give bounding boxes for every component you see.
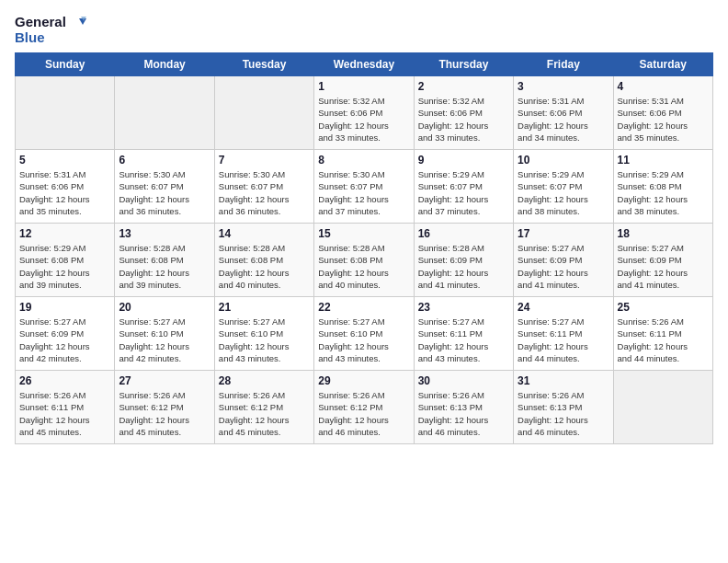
cell-content: Sunrise: 5:30 AM Sunset: 6:07 PM Dayligh… xyxy=(318,168,409,217)
calendar-cell: 29Sunrise: 5:26 AM Sunset: 6:12 PM Dayli… xyxy=(314,371,414,444)
cell-content: Sunrise: 5:31 AM Sunset: 6:06 PM Dayligh… xyxy=(518,95,609,144)
day-number: 23 xyxy=(418,301,509,314)
cell-content: Sunrise: 5:26 AM Sunset: 6:11 PM Dayligh… xyxy=(618,316,709,364)
cell-content: Sunrise: 5:27 AM Sunset: 6:11 PM Dayligh… xyxy=(518,316,609,364)
calendar-cell: 26Sunrise: 5:26 AM Sunset: 6:11 PM Dayli… xyxy=(16,371,115,444)
logo: General Blue xyxy=(15,15,86,45)
calendar-cell: 23Sunrise: 5:27 AM Sunset: 6:11 PM Dayli… xyxy=(414,297,513,371)
day-number: 14 xyxy=(219,227,310,240)
cell-content: Sunrise: 5:27 AM Sunset: 6:10 PM Dayligh… xyxy=(219,316,310,364)
cell-content: Sunrise: 5:28 AM Sunset: 6:08 PM Dayligh… xyxy=(219,242,310,291)
day-of-week-header: Saturday xyxy=(613,53,712,76)
day-number: 22 xyxy=(318,301,409,314)
cell-content: Sunrise: 5:28 AM Sunset: 6:09 PM Dayligh… xyxy=(418,242,509,291)
cell-content: Sunrise: 5:26 AM Sunset: 6:12 PM Dayligh… xyxy=(119,389,210,438)
calendar-cell: 11Sunrise: 5:29 AM Sunset: 6:08 PM Dayli… xyxy=(613,150,712,224)
cell-content: Sunrise: 5:27 AM Sunset: 6:10 PM Dayligh… xyxy=(318,316,409,364)
day-number: 30 xyxy=(418,374,509,387)
calendar-cell: 7Sunrise: 5:30 AM Sunset: 6:07 PM Daylig… xyxy=(214,150,313,224)
cell-content: Sunrise: 5:29 AM Sunset: 6:07 PM Dayligh… xyxy=(418,168,509,217)
calendar-cell: 14Sunrise: 5:28 AM Sunset: 6:08 PM Dayli… xyxy=(214,224,313,297)
calendar-cell: 12Sunrise: 5:29 AM Sunset: 6:08 PM Dayli… xyxy=(16,224,115,297)
day-number: 19 xyxy=(19,301,110,314)
day-number: 1 xyxy=(318,80,409,93)
day-number: 3 xyxy=(518,80,609,93)
day-number: 25 xyxy=(618,301,709,314)
logo-text: General Blue xyxy=(15,15,86,45)
calendar-cell: 17Sunrise: 5:27 AM Sunset: 6:09 PM Dayli… xyxy=(514,224,613,297)
day-of-week-header: Sunday xyxy=(16,53,115,76)
day-number: 4 xyxy=(618,80,709,93)
calendar-cell: 4Sunrise: 5:31 AM Sunset: 6:06 PM Daylig… xyxy=(613,76,712,150)
calendar-cell: 3Sunrise: 5:31 AM Sunset: 6:06 PM Daylig… xyxy=(514,76,613,150)
day-number: 6 xyxy=(119,154,210,167)
day-number: 16 xyxy=(418,227,509,240)
logo-bird-icon xyxy=(70,17,86,29)
day-number: 27 xyxy=(119,374,210,387)
day-number: 13 xyxy=(119,227,210,240)
cell-content: Sunrise: 5:28 AM Sunset: 6:08 PM Dayligh… xyxy=(318,242,409,291)
calendar-cell: 6Sunrise: 5:30 AM Sunset: 6:07 PM Daylig… xyxy=(115,150,214,224)
day-number: 24 xyxy=(518,301,609,314)
cell-content: Sunrise: 5:28 AM Sunset: 6:08 PM Dayligh… xyxy=(119,242,210,291)
calendar-cell: 15Sunrise: 5:28 AM Sunset: 6:08 PM Dayli… xyxy=(314,224,414,297)
calendar-cell: 10Sunrise: 5:29 AM Sunset: 6:07 PM Dayli… xyxy=(514,150,613,224)
cell-content: Sunrise: 5:32 AM Sunset: 6:06 PM Dayligh… xyxy=(418,95,509,144)
calendar-cell: 22Sunrise: 5:27 AM Sunset: 6:10 PM Dayli… xyxy=(314,297,414,371)
day-number: 11 xyxy=(618,154,709,167)
day-number: 28 xyxy=(219,374,310,387)
day-number: 17 xyxy=(518,227,609,240)
day-number: 12 xyxy=(19,227,110,240)
cell-content: Sunrise: 5:26 AM Sunset: 6:13 PM Dayligh… xyxy=(518,389,609,438)
day-of-week-header: Tuesday xyxy=(214,53,313,76)
calendar-cell: 21Sunrise: 5:27 AM Sunset: 6:10 PM Dayli… xyxy=(214,297,313,371)
cell-content: Sunrise: 5:27 AM Sunset: 6:10 PM Dayligh… xyxy=(119,316,210,364)
cell-content: Sunrise: 5:31 AM Sunset: 6:06 PM Dayligh… xyxy=(618,95,709,144)
cell-content: Sunrise: 5:31 AM Sunset: 6:06 PM Dayligh… xyxy=(19,168,110,217)
calendar-cell xyxy=(115,76,214,150)
day-of-week-header: Monday xyxy=(115,53,214,76)
calendar-cell: 9Sunrise: 5:29 AM Sunset: 6:07 PM Daylig… xyxy=(414,150,513,224)
day-number: 18 xyxy=(618,227,709,240)
calendar-header: SundayMondayTuesdayWednesdayThursdayFrid… xyxy=(16,53,713,76)
calendar-cell: 31Sunrise: 5:26 AM Sunset: 6:13 PM Dayli… xyxy=(514,371,613,444)
calendar-cell xyxy=(613,371,712,444)
header-row: SundayMondayTuesdayWednesdayThursdayFrid… xyxy=(16,53,713,76)
day-number: 29 xyxy=(318,374,409,387)
calendar-week-row: 5Sunrise: 5:31 AM Sunset: 6:06 PM Daylig… xyxy=(16,150,713,224)
cell-content: Sunrise: 5:27 AM Sunset: 6:09 PM Dayligh… xyxy=(618,242,709,291)
cell-content: Sunrise: 5:32 AM Sunset: 6:06 PM Dayligh… xyxy=(318,95,409,144)
day-number: 15 xyxy=(318,227,409,240)
day-of-week-header: Thursday xyxy=(414,53,513,76)
calendar-cell: 27Sunrise: 5:26 AM Sunset: 6:12 PM Dayli… xyxy=(115,371,214,444)
calendar-cell: 13Sunrise: 5:28 AM Sunset: 6:08 PM Dayli… xyxy=(115,224,214,297)
cell-content: Sunrise: 5:26 AM Sunset: 6:11 PM Dayligh… xyxy=(19,389,110,438)
cell-content: Sunrise: 5:29 AM Sunset: 6:07 PM Dayligh… xyxy=(518,168,609,217)
day-number: 7 xyxy=(219,154,310,167)
cell-content: Sunrise: 5:30 AM Sunset: 6:07 PM Dayligh… xyxy=(119,168,210,217)
calendar-cell: 8Sunrise: 5:30 AM Sunset: 6:07 PM Daylig… xyxy=(314,150,414,224)
logo-general: General xyxy=(15,15,86,30)
day-number: 9 xyxy=(418,154,509,167)
calendar-cell: 28Sunrise: 5:26 AM Sunset: 6:12 PM Dayli… xyxy=(214,371,313,444)
calendar-cell: 25Sunrise: 5:26 AM Sunset: 6:11 PM Dayli… xyxy=(613,297,712,371)
calendar-cell: 18Sunrise: 5:27 AM Sunset: 6:09 PM Dayli… xyxy=(613,224,712,297)
day-number: 20 xyxy=(119,301,210,314)
calendar-cell: 1Sunrise: 5:32 AM Sunset: 6:06 PM Daylig… xyxy=(314,76,414,150)
calendar-table: SundayMondayTuesdayWednesdayThursdayFrid… xyxy=(15,52,713,444)
cell-content: Sunrise: 5:26 AM Sunset: 6:12 PM Dayligh… xyxy=(318,389,409,438)
calendar-cell: 24Sunrise: 5:27 AM Sunset: 6:11 PM Dayli… xyxy=(514,297,613,371)
cell-content: Sunrise: 5:26 AM Sunset: 6:13 PM Dayligh… xyxy=(418,389,509,438)
day-number: 31 xyxy=(518,374,609,387)
calendar-cell: 30Sunrise: 5:26 AM Sunset: 6:13 PM Dayli… xyxy=(414,371,513,444)
calendar-cell: 19Sunrise: 5:27 AM Sunset: 6:09 PM Dayli… xyxy=(16,297,115,371)
calendar-cell xyxy=(214,76,313,150)
calendar-cell: 20Sunrise: 5:27 AM Sunset: 6:10 PM Dayli… xyxy=(115,297,214,371)
page-header: General Blue xyxy=(15,15,713,45)
day-number: 10 xyxy=(518,154,609,167)
day-of-week-header: Friday xyxy=(514,53,613,76)
calendar-week-row: 19Sunrise: 5:27 AM Sunset: 6:09 PM Dayli… xyxy=(16,297,713,371)
day-number: 8 xyxy=(318,154,409,167)
cell-content: Sunrise: 5:26 AM Sunset: 6:12 PM Dayligh… xyxy=(219,389,310,438)
calendar-week-row: 1Sunrise: 5:32 AM Sunset: 6:06 PM Daylig… xyxy=(16,76,713,150)
